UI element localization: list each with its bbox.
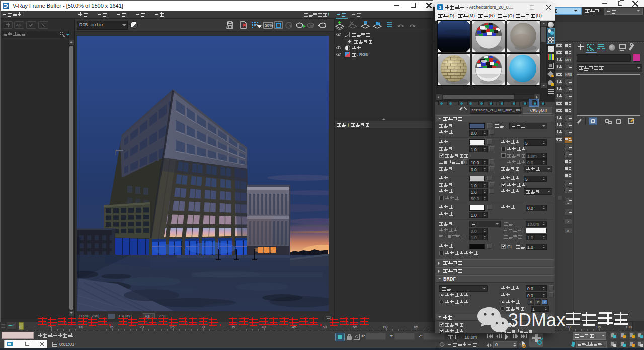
svg-text:50%: 50% xyxy=(265,23,273,28)
